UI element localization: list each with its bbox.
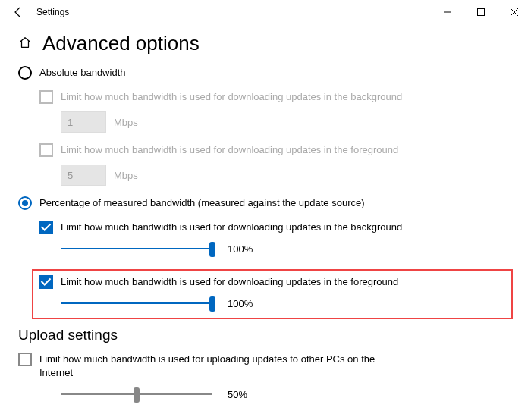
checkbox-icon [39, 90, 53, 104]
checkbox-label: Limit how much bandwidth is used for dow… [61, 90, 402, 104]
maximize-button[interactable] [464, 0, 498, 24]
slider-value: 100% [228, 298, 253, 309]
check-upload-limit[interactable]: Limit how much bandwidth is used for upl… [18, 353, 513, 380]
checkbox-icon [18, 353, 32, 366]
unit-label: Mbps [114, 170, 138, 181]
radio-icon [18, 196, 32, 210]
window-title: Settings [30, 7, 431, 17]
percentage-fg-slider[interactable] [61, 296, 212, 310]
checkbox-label: Limit how much bandwidth is used for upl… [39, 353, 404, 380]
page-header: Advanced options [18, 32, 513, 55]
check-percentage-fg-limit[interactable]: Limit how much bandwidth is used for dow… [39, 275, 505, 289]
content-area: Advanced options Absolute bandwidth Limi… [0, 24, 531, 401]
close-button[interactable] [498, 0, 531, 24]
radio-label: Percentage of measured bandwidth (measur… [39, 196, 365, 210]
window-controls [431, 0, 531, 24]
absolute-bg-input[interactable]: 1 [61, 111, 106, 133]
percentage-fg-slider-row: 100% [61, 296, 505, 310]
upload-slider-row: 50% [61, 387, 513, 401]
radio-icon [18, 66, 32, 80]
unit-label: Mbps [114, 117, 138, 128]
percentage-bg-slider[interactable] [61, 242, 212, 255]
home-icon[interactable] [18, 36, 32, 52]
check-absolute-fg-limit[interactable]: Limit how much bandwidth is used for dow… [39, 143, 513, 157]
slider-value: 50% [228, 389, 247, 400]
minimize-button[interactable] [431, 0, 464, 24]
titlebar: Settings [0, 0, 531, 24]
check-percentage-bg-limit[interactable]: Limit how much bandwidth is used for dow… [39, 221, 513, 234]
absolute-fg-input-row: 5 Mbps [61, 165, 513, 186]
back-button[interactable] [6, 6, 30, 18]
page-title: Advanced options [42, 32, 200, 55]
checkbox-icon [39, 275, 53, 289]
upload-slider[interactable] [61, 387, 212, 401]
checkbox-label: Limit how much bandwidth is used for dow… [61, 221, 402, 234]
absolute-bg-input-row: 1 Mbps [61, 111, 513, 133]
checkbox-icon [39, 221, 53, 234]
checkbox-label: Limit how much bandwidth is used for dow… [61, 143, 398, 157]
absolute-fg-input[interactable]: 5 [61, 165, 106, 186]
svg-rect-1 [478, 9, 485, 16]
percentage-bg-slider-row: 100% [61, 242, 513, 255]
upload-section-title: Upload settings [18, 327, 513, 343]
checkbox-icon [39, 143, 53, 157]
radio-label: Absolute bandwidth [39, 66, 125, 80]
check-absolute-bg-limit[interactable]: Limit how much bandwidth is used for dow… [39, 90, 513, 104]
slider-value: 100% [228, 243, 253, 255]
highlighted-setting: Limit how much bandwidth is used for dow… [32, 269, 513, 319]
radio-percentage-bandwidth[interactable]: Percentage of measured bandwidth (measur… [18, 196, 513, 210]
radio-absolute-bandwidth[interactable]: Absolute bandwidth [18, 66, 513, 80]
checkbox-label: Limit how much bandwidth is used for dow… [61, 275, 398, 289]
